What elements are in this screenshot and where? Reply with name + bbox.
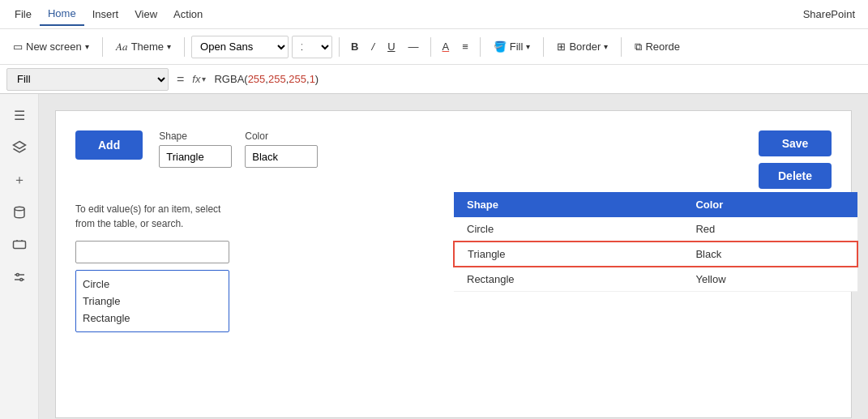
rgba-label: RGBA( bbox=[214, 73, 247, 85]
table-cell-color: Yellow bbox=[682, 267, 857, 292]
formula-field-select[interactable]: Fill bbox=[6, 68, 169, 91]
italic-button[interactable]: / bbox=[367, 38, 380, 55]
menu-home[interactable]: Home bbox=[40, 2, 84, 26]
bold-button[interactable]: B bbox=[346, 38, 363, 55]
table-header-row: Shape Color bbox=[454, 192, 857, 217]
font-size-select[interactable]: 13 bbox=[292, 36, 332, 58]
fill-button[interactable]: 🪣 Fill ▾ bbox=[487, 37, 537, 56]
table-header-shape: Shape bbox=[454, 192, 682, 217]
color-label: Color bbox=[245, 130, 318, 142]
table-cell-color: Red bbox=[682, 217, 857, 242]
reorder-icon: ⧉ bbox=[635, 41, 642, 53]
border-chevron-icon: ▾ bbox=[604, 42, 608, 51]
sidebar-plus-icon[interactable]: ＋ bbox=[5, 165, 34, 195]
formula-expression: RGBA(255, 255, 255, 1) bbox=[211, 73, 862, 85]
menu-view[interactable]: View bbox=[126, 3, 165, 25]
reorder-label: Reorde bbox=[645, 41, 680, 53]
theme-icon: 𝐴𝑎 bbox=[116, 41, 128, 53]
reorder-button[interactable]: ⧉ Reorde bbox=[628, 37, 686, 57]
separator-6 bbox=[543, 37, 544, 57]
app-title: SharePoint bbox=[803, 8, 862, 20]
table-cell-color: Black bbox=[682, 242, 857, 267]
separator-2 bbox=[184, 37, 185, 57]
table-cell-shape: Triangle bbox=[454, 242, 682, 267]
data-table: Shape Color Circle Red Triangle Black bbox=[453, 192, 858, 292]
list-item-triangle[interactable]: Triangle bbox=[83, 293, 222, 310]
app-top-row: Add Shape Color Save Delete bbox=[75, 130, 832, 189]
rgba-a: 1 bbox=[310, 73, 315, 85]
formula-fx: fx ▾ bbox=[192, 73, 206, 85]
menu-file[interactable]: File bbox=[6, 3, 40, 25]
font-color-button[interactable]: A bbox=[438, 38, 455, 55]
shape-label: Shape bbox=[159, 130, 232, 142]
font-family-select[interactable]: Open Sans bbox=[191, 36, 289, 58]
list-item-rectangle[interactable]: Rectangle bbox=[83, 310, 222, 327]
fx-label: fx bbox=[192, 73, 200, 85]
shape-field-group: Shape bbox=[159, 130, 232, 168]
shape-input[interactable] bbox=[159, 145, 232, 168]
svg-point-5 bbox=[16, 274, 19, 276]
font-color-label: A bbox=[443, 41, 450, 53]
menu-action[interactable]: Action bbox=[165, 3, 211, 25]
separator-1 bbox=[102, 37, 103, 57]
list-item-circle[interactable]: Circle bbox=[83, 276, 222, 293]
table-section: Shape Color Circle Red Triangle Black bbox=[453, 192, 858, 292]
separator-7 bbox=[621, 37, 622, 57]
save-delete-section: Save Delete bbox=[759, 130, 832, 189]
fill-chevron-icon: ▾ bbox=[526, 42, 530, 51]
table-cell-shape: Circle bbox=[454, 217, 682, 242]
align-button[interactable]: ≡ bbox=[457, 38, 473, 55]
svg-point-1 bbox=[15, 207, 24, 211]
formula-bar: Fill = fx ▾ RGBA(255, 255, 255, 1) bbox=[0, 65, 868, 94]
shape-color-section: Shape Color bbox=[159, 130, 318, 168]
svg-point-6 bbox=[19, 279, 22, 281]
canvas-area: Add Shape Color Save Delete bbox=[39, 94, 868, 419]
menu-bar: File Home Insert View Action SharePoint bbox=[0, 0, 868, 29]
fill-label: Fill bbox=[510, 41, 524, 53]
table-row[interactable]: Triangle Black bbox=[454, 242, 857, 267]
rgba-g: 255 bbox=[268, 73, 286, 85]
left-sidebar: ☰ ＋ bbox=[0, 94, 39, 419]
strikethrough-button[interactable]: — bbox=[404, 38, 424, 55]
svg-marker-0 bbox=[13, 142, 25, 149]
sidebar-layers-icon[interactable] bbox=[5, 133, 34, 162]
list-box: Circle Triangle Rectangle bbox=[75, 270, 229, 332]
sidebar-media-icon[interactable] bbox=[5, 230, 34, 259]
hint-text: To edit value(s) for an item, select fro… bbox=[75, 202, 237, 231]
search-input[interactable] bbox=[75, 241, 229, 263]
sidebar-cylinder-icon[interactable] bbox=[5, 198, 34, 227]
rgba-b: 255 bbox=[289, 73, 306, 85]
border-icon: ⊞ bbox=[557, 41, 566, 53]
table-header-color: Color bbox=[682, 192, 857, 217]
theme-label: Theme bbox=[131, 41, 164, 53]
save-button[interactable]: Save bbox=[759, 130, 832, 156]
new-screen-chevron-icon: ▾ bbox=[85, 42, 89, 51]
separator-4 bbox=[430, 37, 431, 57]
border-label: Border bbox=[569, 41, 601, 53]
delete-button[interactable]: Delete bbox=[759, 163, 832, 189]
sidebar-hamburger-icon[interactable]: ☰ bbox=[5, 100, 34, 130]
table-row[interactable]: Circle Red bbox=[454, 217, 857, 242]
toolbar: ▭ New screen ▾ 𝐴𝑎 Theme ▾ Open Sans 13 B… bbox=[0, 29, 868, 65]
new-screen-icon: ▭ bbox=[13, 41, 23, 53]
theme-button[interactable]: 𝐴𝑎 Theme ▾ bbox=[109, 37, 177, 57]
underline-button[interactable]: U bbox=[383, 38, 400, 55]
border-button[interactable]: ⊞ Border ▾ bbox=[550, 37, 614, 56]
color-input[interactable] bbox=[245, 145, 318, 168]
fill-icon: 🪣 bbox=[494, 41, 507, 53]
table-cell-shape: Rectangle bbox=[454, 267, 682, 292]
chevron-icon: ▾ bbox=[202, 75, 206, 83]
theme-chevron-icon: ▾ bbox=[167, 42, 171, 51]
formula-eq: = bbox=[173, 72, 187, 87]
table-row[interactable]: Rectangle Yellow bbox=[454, 267, 857, 292]
main-layout: ☰ ＋ bbox=[0, 94, 868, 419]
menu-insert[interactable]: Insert bbox=[84, 3, 127, 25]
separator-5 bbox=[480, 37, 481, 57]
app-canvas: Add Shape Color Save Delete bbox=[55, 110, 852, 418]
new-screen-button[interactable]: ▭ New screen ▾ bbox=[6, 37, 96, 56]
separator-3 bbox=[339, 37, 340, 57]
sidebar-settings-icon[interactable] bbox=[5, 263, 34, 292]
svg-rect-2 bbox=[13, 242, 25, 249]
add-button[interactable]: Add bbox=[75, 130, 143, 160]
color-field-group: Color bbox=[245, 130, 318, 168]
